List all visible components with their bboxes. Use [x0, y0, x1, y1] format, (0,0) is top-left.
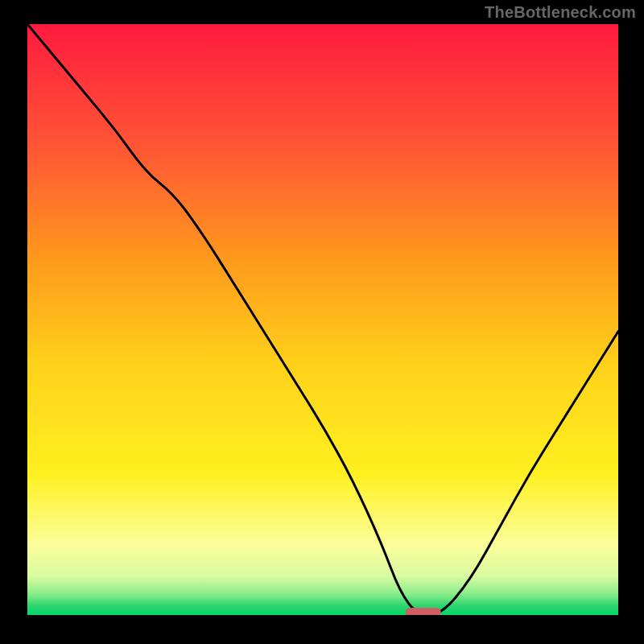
bottleneck-chart-svg [27, 24, 618, 615]
chart-frame: TheBottleneck.com [0, 0, 644, 644]
plot-area [27, 24, 618, 615]
watermark-text: TheBottleneck.com [485, 3, 636, 22]
gradient-background [27, 24, 618, 615]
optimal-marker [406, 608, 441, 615]
